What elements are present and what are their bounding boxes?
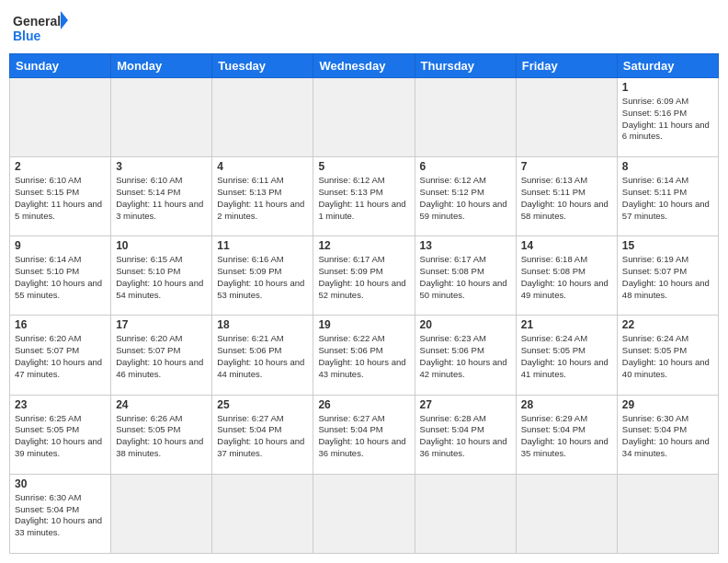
day-info: Sunrise: 6:25 AM Sunset: 5:05 PM Dayligh… xyxy=(15,413,106,460)
svg-marker-2 xyxy=(61,11,68,29)
day-info: Sunrise: 6:17 AM Sunset: 5:09 PM Dayligh… xyxy=(318,254,409,301)
calendar-day-cell xyxy=(617,474,718,553)
calendar-day-cell xyxy=(111,78,212,157)
day-info: Sunrise: 6:23 AM Sunset: 5:06 PM Dayligh… xyxy=(420,333,511,380)
day-number: 7 xyxy=(521,160,612,173)
day-info: Sunrise: 6:12 AM Sunset: 5:13 PM Dayligh… xyxy=(318,175,409,222)
calendar-day-cell xyxy=(111,474,212,553)
day-info: Sunrise: 6:11 AM Sunset: 5:13 PM Dayligh… xyxy=(217,175,308,222)
day-number: 8 xyxy=(622,160,713,173)
calendar-week-row: 16Sunrise: 6:20 AM Sunset: 5:07 PM Dayli… xyxy=(10,316,719,395)
weekday-header-monday: Monday xyxy=(111,54,212,78)
calendar-week-row: 1Sunrise: 6:09 AM Sunset: 5:16 PM Daylig… xyxy=(10,78,719,157)
calendar-day-cell xyxy=(313,474,415,553)
day-info: Sunrise: 6:24 AM Sunset: 5:05 PM Dayligh… xyxy=(622,333,713,380)
day-number: 10 xyxy=(116,239,207,252)
day-info: Sunrise: 6:29 AM Sunset: 5:04 PM Dayligh… xyxy=(521,413,612,460)
day-info: Sunrise: 6:10 AM Sunset: 5:14 PM Dayligh… xyxy=(116,175,207,222)
calendar-day-cell: 27Sunrise: 6:28 AM Sunset: 5:04 PM Dayli… xyxy=(415,395,516,474)
calendar-day-cell: 13Sunrise: 6:17 AM Sunset: 5:08 PM Dayli… xyxy=(415,236,516,316)
day-info: Sunrise: 6:20 AM Sunset: 5:07 PM Dayligh… xyxy=(15,333,106,380)
day-info: Sunrise: 6:30 AM Sunset: 5:04 PM Dayligh… xyxy=(622,413,713,460)
day-info: Sunrise: 6:18 AM Sunset: 5:08 PM Dayligh… xyxy=(521,254,612,301)
calendar-day-cell xyxy=(415,474,516,553)
day-info: Sunrise: 6:22 AM Sunset: 5:06 PM Dayligh… xyxy=(318,333,409,380)
calendar-day-cell: 10Sunrise: 6:15 AM Sunset: 5:10 PM Dayli… xyxy=(111,236,212,316)
svg-text:General: General xyxy=(13,14,61,29)
calendar-day-cell: 1Sunrise: 6:09 AM Sunset: 5:16 PM Daylig… xyxy=(617,78,718,157)
day-number: 6 xyxy=(420,160,511,173)
day-number: 14 xyxy=(521,239,612,252)
day-info: Sunrise: 6:09 AM Sunset: 5:16 PM Dayligh… xyxy=(622,96,713,143)
day-number: 17 xyxy=(116,318,207,331)
weekday-header-thursday: Thursday xyxy=(415,54,516,78)
day-info: Sunrise: 6:12 AM Sunset: 5:12 PM Dayligh… xyxy=(420,175,511,222)
day-info: Sunrise: 6:30 AM Sunset: 5:04 PM Dayligh… xyxy=(15,492,106,539)
calendar-day-cell xyxy=(212,474,313,553)
day-info: Sunrise: 6:14 AM Sunset: 5:11 PM Dayligh… xyxy=(622,175,713,222)
logo: General Blue xyxy=(13,9,68,48)
calendar-day-cell xyxy=(516,474,617,553)
calendar-day-cell xyxy=(212,78,313,157)
calendar-week-row: 23Sunrise: 6:25 AM Sunset: 5:05 PM Dayli… xyxy=(10,395,719,474)
day-info: Sunrise: 6:24 AM Sunset: 5:05 PM Dayligh… xyxy=(521,333,612,380)
day-number: 15 xyxy=(622,239,713,252)
calendar-day-cell: 4Sunrise: 6:11 AM Sunset: 5:13 PM Daylig… xyxy=(212,157,313,236)
day-info: Sunrise: 6:20 AM Sunset: 5:07 PM Dayligh… xyxy=(116,333,207,380)
day-info: Sunrise: 6:17 AM Sunset: 5:08 PM Dayligh… xyxy=(420,254,511,301)
calendar-day-cell: 19Sunrise: 6:22 AM Sunset: 5:06 PM Dayli… xyxy=(313,316,415,395)
day-number: 18 xyxy=(217,318,308,331)
calendar-week-row: 2Sunrise: 6:10 AM Sunset: 5:15 PM Daylig… xyxy=(10,157,719,236)
calendar-day-cell: 8Sunrise: 6:14 AM Sunset: 5:11 PM Daylig… xyxy=(617,157,718,236)
day-info: Sunrise: 6:13 AM Sunset: 5:11 PM Dayligh… xyxy=(521,175,612,222)
calendar-day-cell: 3Sunrise: 6:10 AM Sunset: 5:14 PM Daylig… xyxy=(111,157,212,236)
day-number: 11 xyxy=(217,239,308,252)
day-info: Sunrise: 6:28 AM Sunset: 5:04 PM Dayligh… xyxy=(420,413,511,460)
generalblue-logo: General Blue xyxy=(13,9,68,48)
day-info: Sunrise: 6:14 AM Sunset: 5:10 PM Dayligh… xyxy=(15,254,106,301)
day-number: 24 xyxy=(116,398,207,411)
svg-text:Blue: Blue xyxy=(13,29,41,43)
calendar-day-cell: 11Sunrise: 6:16 AM Sunset: 5:09 PM Dayli… xyxy=(212,236,313,316)
day-number: 30 xyxy=(15,477,106,490)
calendar-day-cell xyxy=(516,78,617,157)
calendar-day-cell xyxy=(10,78,111,157)
day-info: Sunrise: 6:21 AM Sunset: 5:06 PM Dayligh… xyxy=(217,333,308,380)
calendar-day-cell: 30Sunrise: 6:30 AM Sunset: 5:04 PM Dayli… xyxy=(10,474,111,553)
day-number: 27 xyxy=(420,398,511,411)
day-number: 19 xyxy=(318,318,409,331)
calendar-day-cell: 17Sunrise: 6:20 AM Sunset: 5:07 PM Dayli… xyxy=(111,316,212,395)
day-number: 12 xyxy=(318,239,409,252)
calendar-day-cell: 6Sunrise: 6:12 AM Sunset: 5:12 PM Daylig… xyxy=(415,157,516,236)
day-number: 4 xyxy=(217,160,308,173)
calendar-day-cell: 14Sunrise: 6:18 AM Sunset: 5:08 PM Dayli… xyxy=(516,236,617,316)
day-number: 20 xyxy=(420,318,511,331)
day-number: 22 xyxy=(622,318,713,331)
calendar-week-row: 30Sunrise: 6:30 AM Sunset: 5:04 PM Dayli… xyxy=(10,474,719,553)
calendar-day-cell xyxy=(415,78,516,157)
day-number: 25 xyxy=(217,398,308,411)
calendar-day-cell: 5Sunrise: 6:12 AM Sunset: 5:13 PM Daylig… xyxy=(313,157,415,236)
header: General Blue xyxy=(9,9,719,48)
day-number: 5 xyxy=(318,160,409,173)
day-number: 26 xyxy=(318,398,409,411)
weekday-header-wednesday: Wednesday xyxy=(313,54,415,78)
calendar-week-row: 9Sunrise: 6:14 AM Sunset: 5:10 PM Daylig… xyxy=(10,236,719,316)
day-number: 3 xyxy=(116,160,207,173)
calendar-day-cell: 25Sunrise: 6:27 AM Sunset: 5:04 PM Dayli… xyxy=(212,395,313,474)
day-number: 13 xyxy=(420,239,511,252)
calendar-day-cell: 22Sunrise: 6:24 AM Sunset: 5:05 PM Dayli… xyxy=(617,316,718,395)
day-number: 9 xyxy=(15,239,106,252)
calendar-day-cell: 29Sunrise: 6:30 AM Sunset: 5:04 PM Dayli… xyxy=(617,395,718,474)
calendar-day-cell: 26Sunrise: 6:27 AM Sunset: 5:04 PM Dayli… xyxy=(313,395,415,474)
calendar-day-cell: 18Sunrise: 6:21 AM Sunset: 5:06 PM Dayli… xyxy=(212,316,313,395)
day-info: Sunrise: 6:16 AM Sunset: 5:09 PM Dayligh… xyxy=(217,254,308,301)
calendar-day-cell: 2Sunrise: 6:10 AM Sunset: 5:15 PM Daylig… xyxy=(10,157,111,236)
day-number: 29 xyxy=(622,398,713,411)
calendar-day-cell: 9Sunrise: 6:14 AM Sunset: 5:10 PM Daylig… xyxy=(10,236,111,316)
day-number: 2 xyxy=(15,160,106,173)
calendar-day-cell: 21Sunrise: 6:24 AM Sunset: 5:05 PM Dayli… xyxy=(516,316,617,395)
day-info: Sunrise: 6:15 AM Sunset: 5:10 PM Dayligh… xyxy=(116,254,207,301)
day-number: 28 xyxy=(521,398,612,411)
weekday-header-row: SundayMondayTuesdayWednesdayThursdayFrid… xyxy=(10,54,719,78)
